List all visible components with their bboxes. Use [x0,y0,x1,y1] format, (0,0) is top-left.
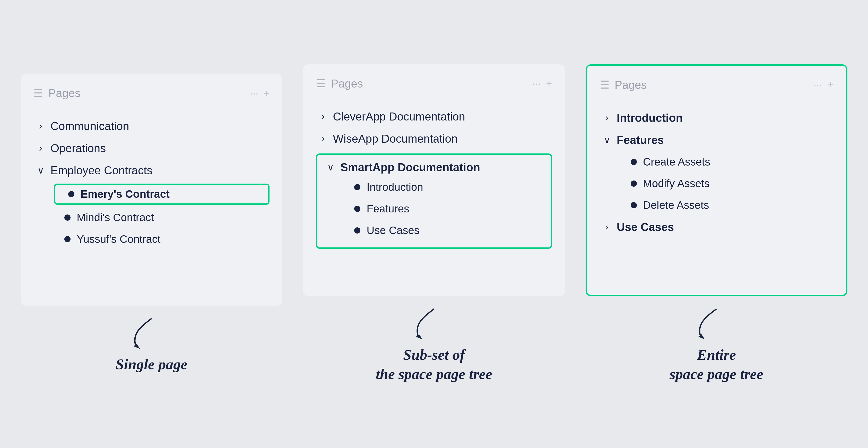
bullet-features-2 [354,206,361,212]
chevron-operations: › [36,143,45,154]
tree-item-smartapp[interactable]: ∨ SmartApp Documentation [323,158,545,176]
chevron-introduction-3: › [602,113,612,123]
pages-icon-3: ☰ [600,80,610,90]
svg-marker-2 [699,334,705,339]
sub-item-modify-assets[interactable]: Modify Assets [620,173,833,195]
panel-3-header: ☰ Pages ··· + [600,79,833,91]
emerys-contract-highlight: Emery's Contract [54,184,270,205]
sub-item-introduction-2[interactable]: Introduction [344,176,545,198]
panel-wrapper-1: ☰ Pages ··· + › Communication › Operatio… [21,74,282,374]
panel-3-caption-area: Entirespace page tree [586,306,847,384]
features-2-label: Features [367,203,409,215]
delete-assets-label: Delete Assets [643,199,709,211]
add-icon-1[interactable]: + [264,88,270,99]
caption-entire: Entirespace page tree [670,345,763,384]
bullet-modify-assets [631,180,637,187]
mindis-contract-label: Mindi's Contract [77,211,154,224]
ellipsis-icon-3[interactable]: ··· [813,79,822,91]
smartapp-label: SmartApp Documentation [340,161,480,174]
panel-2: ☰ Pages ··· + › CleverApp Documentation … [303,64,565,296]
operations-label: Operations [51,142,106,155]
chevron-employee-contracts: ∨ [36,165,45,176]
chevron-communication: › [36,121,45,131]
create-assets-label: Create Assets [643,156,710,168]
panel-2-header: ☰ Pages ··· + [316,77,552,90]
wiseapp-label: WiseApp Documentation [333,132,458,145]
arrow-3 [691,306,742,340]
features-3-label: Features [617,133,664,147]
panel-wrapper-2: ☰ Pages ··· + › CleverApp Documentation … [303,64,565,384]
panel-2-caption-area: Sub-set ofthe space page tree [303,306,565,384]
panel-1-header-left: ☰ Pages [33,87,81,100]
chevron-features-3: ∨ [602,135,612,146]
chevron-usecases-3: › [602,222,612,233]
sub-item-mindis-contract[interactable]: Mindi's Contract [54,207,270,228]
panel-3: ☰ Pages ··· + › Introduction ∨ Features … [586,64,847,296]
header-actions-2: ··· + [532,78,552,89]
bullet-introduction-2 [354,184,361,190]
panel-1: ☰ Pages ··· + › Communication › Operatio… [21,74,282,306]
arrow-2 [408,306,460,340]
tree-item-introduction-3[interactable]: › Introduction [600,107,833,129]
add-icon-2[interactable]: + [546,78,552,89]
chevron-cleverapp: › [318,111,328,122]
caption-single-page: Single page [116,355,187,374]
sub-item-emerys-contract[interactable]: Emery's Contract [61,188,263,200]
bullet-create-assets [631,159,637,165]
sub-item-delete-assets[interactable]: Delete Assets [620,195,833,216]
bullet-yussufs [64,236,70,242]
header-actions-3: ··· + [813,79,833,91]
panel-1-header: ☰ Pages ··· + [33,87,270,100]
usecases-2-label: Use Cases [367,224,419,237]
modify-assets-label: Modify Assets [643,177,710,190]
panel-2-header-left: ☰ Pages [316,77,363,90]
arrow-1 [126,316,177,349]
introduction-2-label: Introduction [367,181,423,193]
tree-item-features-3[interactable]: ∨ Features [600,129,833,151]
panel-wrapper-3: ☰ Pages ··· + › Introduction ∨ Features … [586,64,847,384]
smartapp-children: Introduction Features Use Cases [323,176,545,241]
tree-item-usecases-3[interactable]: › Use Cases [600,216,833,238]
tree-item-wiseapp[interactable]: › WiseApp Documentation [316,128,552,150]
add-icon-3[interactable]: + [827,79,833,91]
panel-3-header-left: ☰ Pages [600,79,647,91]
communication-label: Communication [51,120,129,132]
usecases-3-label: Use Cases [617,221,674,234]
bullet-mindis [64,214,70,221]
header-actions-1: ··· + [250,88,270,99]
pages-icon-1: ☰ [33,88,43,99]
tree-item-operations[interactable]: › Operations [33,137,270,159]
panel-1-caption-area: Single page [21,316,282,374]
chevron-smartapp: ∨ [326,162,335,173]
smartapp-highlight-block: ∨ SmartApp Documentation Introduction Fe… [316,153,552,249]
cleverapp-label: CleverApp Documentation [333,110,465,123]
features-3-children: Create Assets Modify Assets Delete Asset… [600,151,833,216]
sub-item-features-2[interactable]: Features [344,198,545,220]
sub-item-create-assets[interactable]: Create Assets [620,151,833,173]
ellipsis-icon-1[interactable]: ··· [250,88,258,99]
tree-item-employee-contracts[interactable]: ∨ Employee Contracts [33,159,270,181]
pages-icon-2: ☰ [316,78,326,89]
sub-item-yussufs-contract[interactable]: Yussuf's Contract [54,228,270,250]
bullet-delete-assets [631,202,637,208]
pages-title-1: Pages [49,87,81,100]
svg-marker-0 [133,344,140,349]
svg-marker-1 [416,334,423,339]
pages-title-2: Pages [331,77,363,90]
chevron-wiseapp: › [318,133,328,144]
bullet-usecases-2 [354,227,361,234]
caption-subset: Sub-set ofthe space page tree [376,345,492,384]
bullet-emerys [68,191,74,197]
introduction-3-label: Introduction [617,112,683,124]
yussufs-contract-label: Yussuf's Contract [77,233,161,245]
pages-title-3: Pages [615,79,647,91]
emerys-contract-label: Emery's Contract [81,188,169,200]
tree-item-communication[interactable]: › Communication [33,115,270,137]
employee-contracts-label: Employee Contracts [51,164,152,177]
employee-contracts-children: Emery's Contract Mindi's Contract Yussuf… [33,184,270,250]
tree-item-cleverapp[interactable]: › CleverApp Documentation [316,106,552,128]
ellipsis-icon-2[interactable]: ··· [532,78,541,89]
sub-item-usecases-2[interactable]: Use Cases [344,220,545,241]
